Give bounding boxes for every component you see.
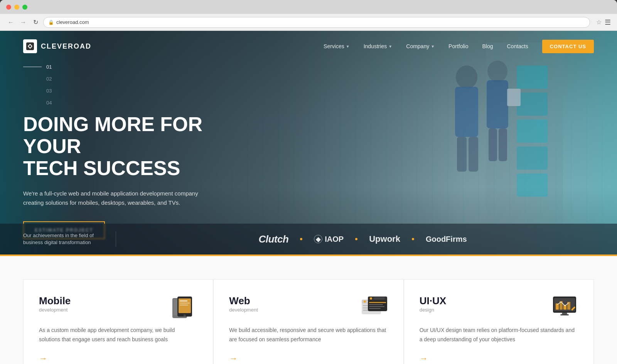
svg-rect-35 bbox=[373, 297, 385, 300]
nav-links: Services ▼ Industries ▼ Company ▼ Portfo… bbox=[324, 40, 594, 53]
forward-button[interactable]: → bbox=[19, 18, 28, 27]
slide-1[interactable]: 01 bbox=[23, 64, 243, 70]
browser-window: ← → ↻ 🔒 cleveroad.com ☆ ☰ bbox=[0, 0, 617, 31]
chevron-down-icon: ▼ bbox=[431, 44, 435, 49]
slide-2[interactable]: 02 bbox=[23, 76, 243, 82]
nav-services[interactable]: Services ▼ bbox=[324, 43, 350, 49]
slide-3[interactable]: 03 bbox=[23, 88, 243, 94]
web-dev-icon bbox=[361, 295, 388, 318]
nav-company[interactable]: Company ▼ bbox=[406, 43, 435, 49]
svg-rect-23 bbox=[180, 305, 188, 305]
service-name-uiux: UI·UX bbox=[420, 295, 446, 307]
service-card-uiux: UI·UX design bbox=[404, 279, 594, 364]
service-name-mobile: Mobile bbox=[39, 295, 71, 307]
hero-subtitle: We're a full-cycle web and mobile applic… bbox=[23, 189, 208, 207]
achievements-logos: Clutch ◆ IAOP Upwork GoodFirms bbox=[131, 233, 594, 245]
slide-num-3: 03 bbox=[46, 88, 52, 94]
goodfirms-logo[interactable]: GoodFirms bbox=[426, 235, 467, 244]
upwork-logo[interactable]: Upwork bbox=[369, 234, 400, 244]
service-type-uiux: design bbox=[420, 307, 446, 313]
service-type-mobile: development bbox=[39, 307, 71, 313]
svg-rect-37 bbox=[369, 304, 383, 305]
maximize-button[interactable] bbox=[22, 5, 27, 10]
service-header-web: Web development bbox=[229, 295, 388, 318]
services-section: Mobile development bbox=[0, 256, 617, 364]
svg-rect-15 bbox=[26, 42, 34, 50]
arrow-right-icon[interactable]: → bbox=[420, 354, 428, 364]
svg-rect-39 bbox=[369, 308, 381, 309]
mobile-dev-icon bbox=[170, 295, 197, 318]
logo-icon bbox=[23, 39, 37, 53]
service-name-web: Web bbox=[229, 295, 258, 307]
minimize-button[interactable] bbox=[14, 5, 19, 10]
service-title-block-uiux: UI·UX design bbox=[420, 295, 446, 313]
svg-rect-7 bbox=[455, 87, 478, 137]
hero-illustration bbox=[409, 42, 563, 243]
svg-point-6 bbox=[456, 66, 477, 89]
navbar: CLEVEROAD Services ▼ Industries ▼ Compan… bbox=[0, 31, 617, 62]
slide-4[interactable]: 04 bbox=[23, 100, 243, 106]
service-desc-mobile: As a custom mobile app development compa… bbox=[39, 326, 197, 344]
achievements-text: Our achievements in the field of busines… bbox=[23, 232, 100, 246]
address-bar[interactable]: 🔒 cleveroad.com bbox=[43, 17, 590, 28]
arrow-right-icon[interactable]: → bbox=[229, 354, 238, 364]
nav-blog[interactable]: Blog bbox=[482, 43, 493, 49]
iaop-logo[interactable]: ◆ IAOP bbox=[314, 235, 344, 244]
achievements-divider bbox=[116, 231, 116, 247]
slide-num-1: 01 bbox=[46, 64, 52, 70]
hero-section: CLEVEROAD Services ▼ Industries ▼ Compan… bbox=[0, 31, 617, 254]
back-button[interactable]: ← bbox=[6, 18, 15, 27]
chevron-down-icon: ▼ bbox=[388, 44, 392, 49]
service-title-block-web: Web development bbox=[229, 295, 258, 313]
service-desc-uiux: Our UI/UX design team relies on platform… bbox=[420, 326, 578, 344]
partner-dot-1 bbox=[300, 238, 302, 240]
logo[interactable]: CLEVEROAD bbox=[23, 39, 91, 53]
svg-point-10 bbox=[487, 61, 507, 82]
refresh-button[interactable]: ↻ bbox=[31, 18, 40, 27]
svg-rect-47 bbox=[560, 314, 569, 315]
bookmark-icon[interactable]: ☆ bbox=[596, 19, 602, 26]
address-text: cleveroad.com bbox=[56, 19, 585, 25]
service-header-mobile: Mobile development bbox=[39, 295, 197, 318]
service-desc-web: We build accessible, responsive and secu… bbox=[229, 326, 388, 344]
website-content: CLEVEROAD Services ▼ Industries ▼ Compan… bbox=[0, 31, 617, 364]
logo-text: CLEVEROAD bbox=[41, 42, 91, 51]
svg-rect-21 bbox=[180, 300, 187, 302]
svg-rect-12 bbox=[489, 128, 497, 161]
svg-rect-3 bbox=[517, 120, 548, 143]
nav-portfolio[interactable]: Portfolio bbox=[448, 43, 468, 49]
svg-point-34 bbox=[370, 297, 372, 300]
service-header-uiux: UI·UX design bbox=[420, 295, 578, 318]
service-card-web: Web development bbox=[213, 279, 403, 364]
svg-point-27 bbox=[364, 300, 366, 303]
hero-title: DOING MORE FOR YOUR TECH SUCCESS bbox=[23, 113, 243, 180]
svg-rect-9 bbox=[469, 137, 478, 172]
clutch-logo[interactable]: Clutch bbox=[258, 233, 288, 245]
slide-num-2: 02 bbox=[46, 76, 52, 82]
svg-rect-38 bbox=[369, 306, 384, 307]
svg-rect-8 bbox=[457, 137, 467, 172]
service-title-block-mobile: Mobile development bbox=[39, 295, 71, 313]
hero-content: 01 02 03 04 DOING MORE FOR YOUR TECH SUC… bbox=[23, 64, 243, 239]
svg-rect-4 bbox=[517, 147, 548, 170]
svg-rect-13 bbox=[499, 128, 507, 161]
svg-rect-14 bbox=[507, 89, 521, 106]
service-type-web: development bbox=[229, 307, 258, 313]
contact-us-button[interactable]: CONTACT US bbox=[542, 40, 594, 53]
svg-point-24 bbox=[184, 314, 186, 317]
close-button[interactable] bbox=[6, 5, 11, 10]
slide-num-4: 04 bbox=[46, 100, 52, 106]
nav-contacts[interactable]: Contacts bbox=[507, 43, 528, 49]
chevron-down-icon: ▼ bbox=[346, 44, 350, 49]
service-card-mobile: Mobile development bbox=[23, 279, 213, 364]
uiux-design-icon bbox=[551, 295, 578, 318]
svg-rect-1 bbox=[517, 66, 548, 89]
slide-bar-active bbox=[23, 67, 42, 67]
nav-industries[interactable]: Industries ▼ bbox=[364, 43, 393, 49]
menu-icon[interactable]: ☰ bbox=[605, 18, 611, 27]
partner-dot-3 bbox=[412, 238, 414, 240]
svg-rect-45 bbox=[567, 302, 570, 310]
arrow-right-icon[interactable]: → bbox=[39, 354, 47, 364]
svg-rect-5 bbox=[517, 174, 548, 197]
svg-rect-36 bbox=[369, 302, 386, 303]
